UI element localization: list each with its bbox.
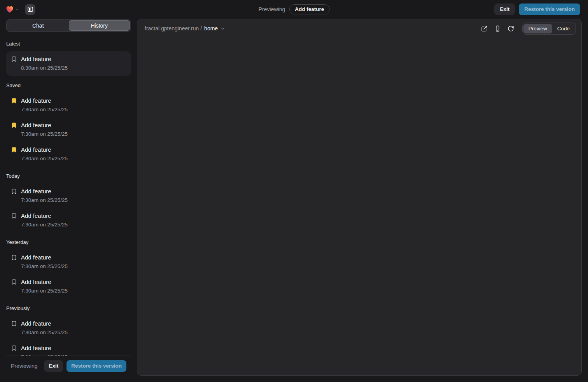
topbar-center: Previewing Add feature — [259, 4, 330, 14]
workspace-menu-button[interactable] — [5, 5, 20, 14]
history-item[interactable]: Add feature 7:30am on 25/25/25 — [6, 184, 131, 208]
item-time: 7:30am on 25/25/25 — [21, 196, 68, 204]
section-items: Add feature 7:30am on 25/25/25 Add featu… — [6, 184, 131, 233]
history-section: Yesterday Add feature 7:30am on 25/25/25… — [6, 239, 131, 299]
item-title: Add feature — [21, 55, 68, 63]
section-items: Add feature 7:30am on 25/25/25 Add featu… — [6, 93, 131, 166]
topbar-right: Exit Restore this version — [494, 4, 580, 15]
item-title: Add feature — [21, 121, 68, 129]
item-time: 7:30am on 25/25/25 — [21, 287, 68, 295]
item-title: Add feature — [21, 146, 68, 154]
item-title: Add feature — [21, 187, 68, 195]
bookmark-outline-icon — [11, 56, 17, 62]
section-items: Add feature 7:30am on 25/25/25 Add featu… — [6, 316, 131, 356]
bookmark-filled-icon — [11, 147, 17, 153]
history-item[interactable]: Add feature 7:30am on 25/25/25 — [6, 208, 131, 233]
section-title: Today — [6, 173, 131, 179]
item-time: 7:30am on 25/25/25 — [21, 221, 68, 229]
item-time: 7:30am on 25/25/25 — [21, 263, 68, 270]
exit-button[interactable]: Exit — [44, 360, 63, 372]
sidebar-toggle-button[interactable] — [25, 4, 35, 15]
item-title: Add feature — [21, 212, 68, 220]
bookmark-outline-icon — [11, 188, 17, 195]
item-title: Add feature — [21, 97, 68, 105]
bookmark-outline-icon — [11, 321, 17, 327]
tab-chat[interactable]: Chat — [7, 20, 69, 31]
item-title: Add feature — [21, 344, 68, 352]
item-time: 7:30am on 25/25/25 — [21, 130, 68, 138]
sidebar-tabs: Chat History — [6, 19, 131, 32]
bookmark-outline-icon — [11, 213, 17, 219]
exit-button[interactable]: Exit — [494, 4, 515, 15]
item-title: Add feature — [21, 320, 68, 328]
item-time: 7:30am on 25/25/25 — [21, 155, 68, 163]
panel-left-icon — [27, 6, 33, 12]
history-item[interactable]: Add feature 8:30am on 25/25/25 — [6, 51, 131, 76]
history-section: Latest Add feature 8:30am on 25/25/25 — [6, 41, 131, 76]
preview-viewport — [137, 38, 581, 375]
mobile-view-button[interactable] — [492, 23, 504, 34]
bookmark-outline-icon — [11, 254, 17, 261]
history-item[interactable]: Add feature 7:30am on 25/25/25 — [6, 316, 131, 340]
history-section: Today Add feature 7:30am on 25/25/25 Add… — [6, 173, 131, 233]
version-badge[interactable]: Add feature — [289, 4, 329, 14]
chevron-down-icon — [220, 26, 225, 31]
preview-panel: fractal.gptengineer.run / home — [137, 19, 582, 376]
section-items: Add feature 8:30am on 25/25/25 — [6, 51, 131, 76]
item-time: 7:30am on 25/25/25 — [21, 329, 68, 336]
chevron-down-icon — [15, 7, 19, 12]
section-title: Previously — [6, 305, 131, 311]
bookmark-filled-icon — [11, 98, 17, 104]
topbar: Previewing Add feature Exit Restore this… — [0, 0, 588, 19]
topbar-left — [5, 4, 35, 15]
previewing-status-label: Previewing — [259, 6, 285, 12]
history-item[interactable]: Add feature 7:30am on 25/25/25 — [6, 117, 131, 142]
view-mode-toggle: Preview Code — [522, 23, 576, 35]
section-title: Yesterday — [6, 239, 131, 245]
restore-version-button[interactable]: Restore this version — [66, 360, 126, 372]
bookmark-outline-icon — [11, 345, 17, 351]
breadcrumb[interactable]: fractal.gptengineer.run / home — [145, 25, 225, 32]
refresh-icon — [508, 25, 514, 32]
history-sidebar: Chat History Latest Add feature 8:30am o… — [6, 19, 131, 376]
history-section: Previously Add feature 7:30am on 25/25/2… — [6, 305, 131, 356]
section-title: Saved — [6, 82, 131, 88]
history-list: Latest Add feature 8:30am on 25/25/25 Sa… — [6, 34, 131, 356]
history-item[interactable]: Add feature 7:30am on 25/25/25 — [6, 142, 131, 166]
tab-preview[interactable]: Preview — [523, 24, 552, 33]
sidebar-footer: Previewing Exit Restore this version — [6, 356, 131, 376]
previewing-status-label: Previewing — [11, 363, 37, 369]
tab-code[interactable]: Code — [552, 24, 575, 33]
external-link-icon — [481, 25, 488, 32]
preview-actions: Preview Code — [479, 23, 576, 35]
breadcrumb-page: home — [204, 25, 218, 32]
section-items: Add feature 7:30am on 25/25/25 Add featu… — [6, 250, 131, 299]
history-item[interactable]: Add feature 7:30am on 25/25/25 — [6, 250, 131, 274]
refresh-button[interactable] — [505, 23, 517, 34]
heart-gradient-icon — [5, 5, 14, 13]
item-time: 7:30am on 25/25/25 — [21, 106, 68, 114]
bookmark-outline-icon — [11, 279, 17, 285]
restore-version-button[interactable]: Restore this version — [519, 4, 580, 15]
open-in-new-tab-button[interactable] — [479, 23, 490, 34]
history-item[interactable]: Add feature 7:30am on 25/25/25 — [6, 340, 131, 356]
item-time: 8:30am on 25/25/25 — [21, 64, 68, 72]
section-title: Latest — [6, 41, 131, 47]
main-layout: Chat History Latest Add feature 8:30am o… — [0, 19, 588, 379]
item-title: Add feature — [21, 278, 68, 286]
history-section: Saved Add feature 7:30am on 25/25/25 Add… — [6, 82, 131, 166]
preview-panel-header: fractal.gptengineer.run / home — [137, 19, 581, 38]
breadcrumb-site: fractal.gptengineer.run / — [145, 25, 202, 32]
history-item[interactable]: Add feature 7:30am on 25/25/25 — [6, 274, 131, 299]
smartphone-icon — [494, 25, 501, 32]
bookmark-filled-icon — [11, 122, 17, 128]
tab-history[interactable]: History — [69, 20, 130, 31]
item-title: Add feature — [21, 254, 68, 261]
history-item[interactable]: Add feature 7:30am on 25/25/25 — [6, 93, 131, 117]
